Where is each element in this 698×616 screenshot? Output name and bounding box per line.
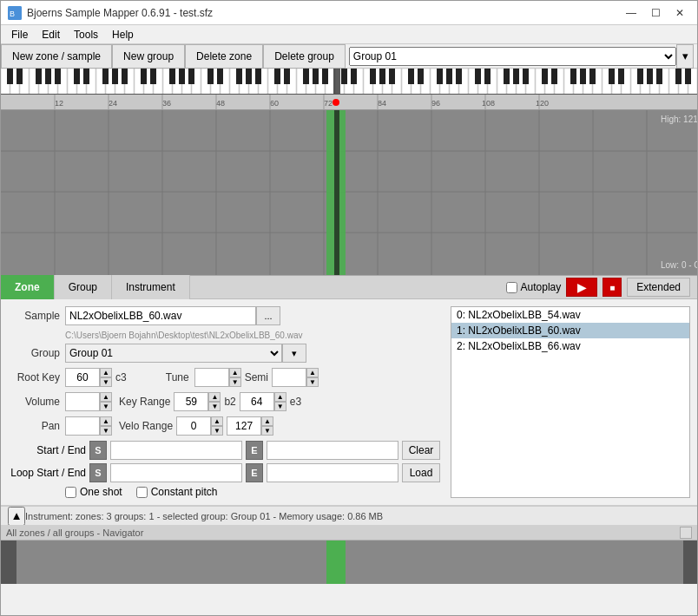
key-range-label: Key Range [119,396,170,408]
menu-help[interactable]: Help [105,27,141,43]
pan-input[interactable] [65,416,100,436]
group-dropdown-btn[interactable]: ▾ [282,344,306,363]
tab-group[interactable]: Group [55,275,112,299]
loop-start-tag[interactable]: S [89,463,107,482]
status-expand-button[interactable]: ▲ [8,507,25,526]
new-zone-button[interactable]: New zone / sample [1,44,112,69]
semi-spinner: ▲ ▼ [272,368,319,387]
root-key-row: Root Key ▲ ▼ c3 Tune ▲ ▼ S [8,368,440,387]
loop-start-input[interactable] [110,463,242,482]
semi-up[interactable]: ▲ [306,368,319,377]
toolbar: New zone / sample New group Delete zone … [1,44,697,69]
loop-end-tag[interactable]: E [246,463,263,482]
svg-rect-26 [1,95,697,110]
zone-panel: Sample ... C:\Users\Bjoern Bojahn\Deskto… [1,299,697,506]
autoplay-label: Autoplay [521,281,562,293]
menu-tools[interactable]: Tools [67,27,105,43]
sample-list: 0: NL2xObelixLBB_54.wav1: NL2xObelixLBB_… [451,306,690,498]
piano-keyboard[interactable]: /* rendered via CSS */ [1,69,697,95]
delete-zone-button[interactable]: Delete zone [185,44,263,69]
velo-high-input[interactable] [227,416,261,436]
tune-down[interactable]: ▼ [229,377,241,387]
maximize-button[interactable]: ☐ [645,5,666,21]
velo-high-up[interactable]: ▲ [261,416,273,426]
tab-zone[interactable]: Zone [1,275,55,299]
velo-low-down[interactable]: ▼ [211,426,223,436]
svg-text:84: 84 [378,99,386,108]
window-controls: — ☐ ✕ [621,5,690,21]
title-bar: B Bjoerns Sample Mapper 0.6.91 - test.sf… [1,1,697,25]
root-key-down[interactable]: ▼ [100,377,112,387]
group-select[interactable]: Group 01 [65,344,282,363]
start-end-label: Start / End [8,444,86,456]
new-group-button[interactable]: New group [112,44,185,69]
volume-input[interactable] [65,392,100,411]
minimize-button[interactable]: — [621,5,642,21]
sample-list-item[interactable]: 2: NL2xObelixLBB_66.wav [451,338,689,354]
key-range-low-up[interactable]: ▲ [208,392,221,402]
sample-list-item[interactable]: 1: NL2xObelixLBB_60.wav [451,323,689,338]
extended-button[interactable]: Extended [627,278,690,297]
autoplay-checkbox[interactable] [506,282,517,293]
sample-list-item[interactable]: 0: NL2xObelixLBB_54.wav [451,307,689,323]
key-range-low-input[interactable] [174,392,208,411]
play-button[interactable]: ▶ [566,278,597,297]
root-key-input[interactable] [65,368,100,387]
volume-up[interactable]: ▲ [100,392,112,402]
start-tag[interactable]: S [89,441,107,460]
app-window: B Bjoerns Sample Mapper 0.6.91 - test.sf… [0,0,698,616]
group-select-dropdown[interactable]: Group 01 [349,47,676,66]
start-input[interactable] [110,441,242,460]
svg-text:108: 108 [482,99,495,108]
constant-pitch-checkbox-label: Constant pitch [136,486,218,498]
velo-high-down[interactable]: ▼ [261,426,273,436]
svg-text:High: 121 - Group 01: High: 121 - Group 01 [661,115,697,124]
clear-button[interactable]: Clear [402,441,440,460]
pan-down[interactable]: ▼ [100,426,112,436]
constant-pitch-checkbox[interactable] [136,487,148,498]
browse-button[interactable]: ... [256,306,280,325]
status-text: Instrument: zones: 3 groups: 1 - selecte… [25,511,383,521]
right-panel: 0: NL2xObelixLBB_54.wav1: NL2xObelixLBB_… [451,306,690,498]
velo-low-up[interactable]: ▲ [211,416,223,426]
menu-file[interactable]: File [4,27,35,43]
close-button[interactable]: ✕ [669,5,690,21]
key-range-high-up[interactable]: ▲ [274,392,286,402]
pan-up[interactable]: ▲ [100,416,112,426]
volume-down[interactable]: ▼ [100,402,112,411]
tune-label: Tune [137,371,189,383]
key-range-low-down[interactable]: ▼ [208,402,221,411]
velo-low-input[interactable] [176,416,211,436]
checkbox-row: One shot Constant pitch [65,486,440,498]
navigator-resize-icon[interactable] [680,527,692,539]
pan-row: Pan ▲ ▼ Velo Range ▲ ▼ [8,416,440,436]
load-button[interactable]: Load [402,463,440,482]
key-range-high-input[interactable] [240,392,274,411]
tune-up[interactable]: ▲ [229,368,241,377]
stop-button[interactable]: ■ [603,278,622,297]
one-shot-checkbox[interactable] [65,487,76,498]
navigator-label: All zones / all groups - Navigator [1,525,697,541]
key-range-high-down[interactable]: ▼ [274,402,286,411]
tune-input[interactable] [194,368,229,387]
sample-input[interactable] [65,306,256,325]
app-icon: B [8,6,22,20]
svg-text:24: 24 [109,99,117,108]
svg-text:72: 72 [324,99,333,108]
group-dropdown-arrow[interactable]: ▾ [676,44,694,69]
end-tag[interactable]: E [246,441,263,460]
window-title: Bjoerns Sample Mapper 0.6.91 - test.sfz [27,7,621,19]
main-grid[interactable]: High: 121 - Group 01 Low: 0 - Group 01 [1,110,697,275]
loop-end-input[interactable] [267,463,398,482]
tune-spinner: ▲ ▼ [194,368,241,387]
menu-edit[interactable]: Edit [35,27,67,43]
semi-down[interactable]: ▼ [306,377,319,387]
end-input[interactable] [267,441,398,460]
root-key-up[interactable]: ▲ [100,368,112,377]
delete-group-button[interactable]: Delete group [263,44,346,69]
semi-input[interactable] [272,368,306,387]
mini-map[interactable] [1,541,697,584]
tab-instrument[interactable]: Instrument [112,275,190,299]
key-range-low-note: b2 [224,396,235,408]
loop-start-end-row: Loop Start / End S E Load [8,463,440,482]
